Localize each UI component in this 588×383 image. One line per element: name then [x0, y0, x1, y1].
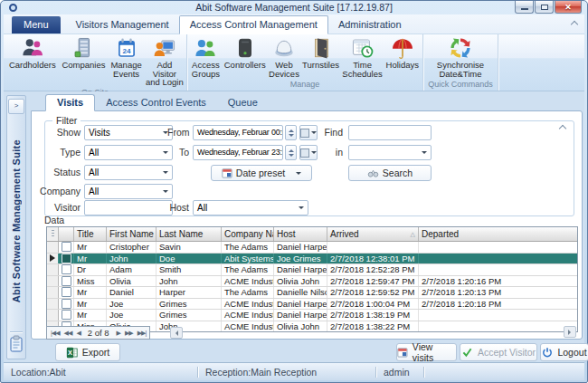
ribbon-tab-row: Menu Visitors Management Access Control … [4, 14, 584, 34]
visits-tab-page: Filter Show Visits From Wednesday, Febru… [31, 110, 583, 340]
web-devices-button[interactable]: Web Devices [268, 35, 301, 79]
header-last-name[interactable]: Last Name [156, 227, 222, 241]
add-visitor-icon [153, 36, 176, 60]
row-checkbox[interactable] [59, 287, 74, 298]
header-departed[interactable]: Departed [419, 227, 577, 241]
to-date-spinner[interactable] [285, 145, 297, 160]
pager-prev-button[interactable]: ◀ [76, 330, 80, 337]
tab-access-control-events[interactable]: Access Control Events [95, 95, 217, 110]
export-button[interactable]: X Export [55, 343, 120, 361]
to-date-field[interactable]: Wednesday, Februar 23:59 [193, 145, 283, 160]
pager-next-button[interactable]: ▶ [117, 330, 120, 337]
from-date-spinner[interactable] [285, 125, 297, 140]
row-checkbox[interactable] [59, 310, 74, 321]
row-checkbox[interactable] [59, 299, 74, 310]
row-checkbox[interactable] [59, 276, 74, 287]
ribbon-group-manage: Access Groups Controllers Web Devices Tu… [187, 34, 423, 91]
search-button[interactable]: Search [348, 165, 432, 181]
from-label: From [167, 125, 189, 140]
svg-text:24: 24 [122, 47, 131, 55]
synchronise-datetime-button[interactable]: Synchronise Date&Time [428, 35, 493, 79]
cardholders-button[interactable]: Cardholders [5, 35, 60, 87]
data-section-label: Data [44, 215, 64, 225]
table-row-selected[interactable]: Mr John Doe Abit Systems Joe Grimes 2/7/… [47, 254, 577, 265]
show-select[interactable]: Visits [84, 125, 173, 140]
logout-button[interactable]: Logout [540, 343, 588, 361]
find-input-wrap [348, 125, 432, 140]
tab-visitors-management[interactable]: Visitors Management [66, 16, 179, 34]
footer-bar: X Export View visits Accept Visitor Logo… [4, 343, 584, 363]
date-preset-button[interactable]: Date preset [211, 165, 312, 181]
table-row[interactable]: Mr Daniel Harper The Adams Danielle Nils… [47, 287, 577, 299]
page-tab-row: Visits Access Control Events Queue [31, 93, 584, 110]
chevron-up-icon [571, 21, 578, 28]
accept-visitor-button[interactable]: Accept Visitor [460, 343, 537, 361]
logout-power-icon [542, 347, 553, 358]
table-row[interactable]: Miss Olivia John ACME Industries Olivia … [47, 276, 577, 288]
table-row[interactable]: Mr Joe Grimes ACME Industries Daniel Har… [47, 310, 577, 321]
table-row[interactable]: Mr Joe Grimes ACME Industries Daniel Har… [47, 299, 577, 311]
content-area: Visits Access Control Events Queue Filte… [31, 93, 584, 359]
ribbon-collapse-button[interactable] [572, 22, 577, 27]
table-row[interactable]: Dr Adam Smith The Adams Daniel Harper 2/… [47, 264, 577, 276]
time-schedules-button[interactable]: Time Schedules [341, 35, 384, 79]
accept-check-icon [461, 347, 473, 358]
header-host[interactable]: Host [274, 227, 327, 241]
companies-icon [71, 36, 95, 60]
company-select[interactable]: All [84, 184, 173, 199]
maximize-button[interactable] [535, 1, 554, 14]
find-input[interactable] [353, 128, 427, 138]
tab-administration[interactable]: Administration [328, 16, 412, 34]
row-checkbox[interactable] [59, 242, 74, 253]
minimize-button[interactable] [515, 1, 534, 14]
arrow-right-icon [568, 330, 574, 335]
row-checkbox[interactable] [59, 254, 74, 264]
table-row[interactable]: Mr Cristopher Savin The Adams Daniel Har… [47, 242, 577, 254]
turnstiles-button[interactable]: Turnstiles [300, 35, 340, 79]
pager-first-button[interactable]: |◀◀ [51, 330, 60, 337]
header-arrived[interactable]: Arrived△ [327, 227, 419, 241]
manage-events-button[interactable]: 24 Manage Events [108, 35, 144, 87]
in-select[interactable] [348, 145, 432, 160]
chevron-down-icon [422, 151, 427, 157]
header-first-name[interactable]: First Name [107, 227, 156, 241]
header-title[interactable]: Title [74, 227, 107, 241]
tab-visits[interactable]: Visits [45, 94, 95, 111]
from-date-field[interactable]: Wednesday, Februar 00:00 [193, 125, 283, 140]
group-label-manage: Manage [189, 79, 421, 91]
pager-next-page-button[interactable]: ▶▶ [125, 330, 133, 337]
tab-access-control-management[interactable]: Access Control Management [179, 15, 328, 34]
chevron-down-icon [163, 190, 168, 196]
divider [10, 331, 23, 332]
close-button[interactable]: ✕ [555, 1, 582, 14]
holidays-button[interactable]: Holidays [384, 35, 421, 79]
panel-expander-button[interactable]: > [8, 99, 24, 114]
header-company-name[interactable]: Company Name [222, 227, 274, 241]
access-groups-button[interactable]: Access Groups [189, 35, 223, 79]
controllers-button[interactable]: Controllers [223, 35, 268, 79]
header-checkbox-column[interactable] [59, 227, 74, 241]
view-visits-button[interactable]: View visits [396, 343, 457, 361]
filter-collapse-button[interactable] [560, 126, 565, 131]
svg-text:X: X [68, 349, 72, 357]
type-select[interactable]: All [84, 145, 173, 160]
add-visitor-and-login-button[interactable]: Add Visitor and Login [145, 35, 185, 87]
ribbon: Cardholders Companies 24 Manage Events A… [4, 34, 584, 91]
hscroll-right-button[interactable] [564, 326, 576, 338]
companies-button[interactable]: Companies [60, 35, 109, 87]
pager-prev-page-button[interactable]: ◀◀ [64, 330, 72, 337]
find-label: Find [310, 125, 343, 140]
hscroll-left-button[interactable] [170, 327, 183, 339]
tab-queue[interactable]: Queue [217, 95, 269, 110]
pager-last-button[interactable]: ▶▶| [138, 330, 147, 337]
synchronise-icon [449, 36, 472, 60]
side-panel-title: Abit Software Management Suite [11, 139, 22, 302]
spin-up-icon [289, 127, 294, 132]
title-bar: Abit Software Management Suite [17.12.19… [1, 1, 587, 14]
row-checkbox[interactable] [59, 264, 74, 275]
tab-menu[interactable]: Menu [12, 16, 61, 34]
host-select[interactable]: All [193, 200, 308, 215]
visitor-input[interactable] [89, 203, 168, 213]
view-visits-calendar-icon [397, 347, 408, 358]
status-select[interactable]: All [84, 165, 173, 180]
